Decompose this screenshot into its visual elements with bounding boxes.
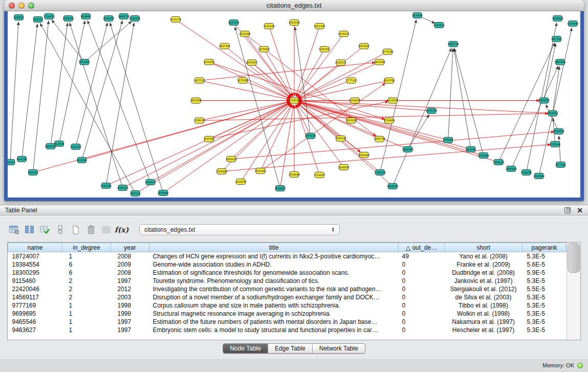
graph-edge[interactable] xyxy=(209,101,388,139)
network-canvas[interactable]: 1724041151894497254411086413162544117891… xyxy=(8,11,580,198)
graph-edge[interactable] xyxy=(544,43,556,100)
column-header-2[interactable]: year xyxy=(111,243,149,252)
graph-edge[interactable] xyxy=(454,49,484,156)
table-row[interactable]: 1872400712008Changes of HCN gene express… xyxy=(8,252,567,261)
table-row[interactable]: 946554611997Estimation of the future num… xyxy=(8,318,567,326)
graph-edge[interactable] xyxy=(243,80,290,99)
graph-edge[interactable] xyxy=(52,20,84,62)
column-header-3[interactable]: title xyxy=(149,243,399,252)
graph-node-label: 1630474 xyxy=(103,17,114,20)
tab-node-table[interactable]: Node Table xyxy=(223,344,268,353)
add-column-icon[interactable] xyxy=(38,223,52,236)
delete-icon[interactable] xyxy=(84,223,98,236)
table-row[interactable]: 946362711997Embryonic stem cells: a mode… xyxy=(8,326,567,334)
graph-node-label: 1316021 xyxy=(387,99,398,102)
graph-node-label: 1816251 xyxy=(338,32,350,35)
graph-node-label: 1934145 xyxy=(305,134,316,137)
graph-edge[interactable] xyxy=(22,24,38,159)
column-header-4[interactable]: △ out_de… xyxy=(399,243,445,252)
graph-edge[interactable] xyxy=(546,105,559,132)
graph-node-label: 2123411 xyxy=(433,24,445,27)
graph-edge[interactable] xyxy=(51,23,68,146)
graph-edge[interactable] xyxy=(393,48,451,186)
table-cell: Franke et al. (2009) xyxy=(445,260,522,269)
graph-edge[interactable] xyxy=(231,132,554,159)
table-row[interactable]: 911546021997Tourette syndrome. Phenomeno… xyxy=(8,277,567,285)
table-cell: 9115460 xyxy=(8,277,62,285)
table-row[interactable]: 2242004622012Investigating the contribut… xyxy=(8,285,567,293)
new-document-icon[interactable] xyxy=(69,223,82,236)
graph-edge[interactable] xyxy=(176,19,290,98)
table-row[interactable]: 1456911722003Disruption of a novel membe… xyxy=(8,293,567,301)
graph-edge[interactable] xyxy=(559,136,560,165)
graph-edge[interactable] xyxy=(511,66,558,168)
column-header-5[interactable]: short xyxy=(445,243,522,252)
graph-edge[interactable] xyxy=(252,62,291,97)
minimize-window-button[interactable] xyxy=(18,3,25,9)
table-scrollbar-track[interactable] xyxy=(567,243,580,340)
tab-edge-table[interactable]: Edge Table xyxy=(268,344,312,353)
import-table-icon[interactable] xyxy=(99,223,113,236)
graph-node-label: 1895794 xyxy=(374,137,385,140)
table-header-row: namein_degreeyeartitle△ out_de…shortpage… xyxy=(8,243,567,252)
float-panel-icon[interactable] xyxy=(564,207,571,213)
graph-edge[interactable] xyxy=(135,103,290,193)
graph-edge[interactable] xyxy=(298,46,364,98)
tab-network-table[interactable]: Network Table xyxy=(312,344,365,353)
table-row[interactable]: 1938455462009Genome-wide association stu… xyxy=(8,260,567,269)
table-selector-dropdown[interactable]: citations_edges.txt ▲▼ xyxy=(139,224,340,235)
table-cell: 2009 xyxy=(111,260,149,269)
column-header-0[interactable]: name xyxy=(8,243,62,252)
table-cell: 0 xyxy=(399,318,445,326)
graph-edge[interactable] xyxy=(298,52,387,98)
graph-edge[interactable] xyxy=(209,62,290,99)
graph-node-label: 1624907 xyxy=(274,187,286,190)
table-settings-icon[interactable] xyxy=(7,223,21,236)
network-window-titlebar[interactable]: citations_edges.txt xyxy=(4,0,584,11)
close-panel-icon[interactable]: ✕ xyxy=(577,207,583,213)
graph-edge[interactable] xyxy=(408,115,429,149)
graph-node-label: 1939103 xyxy=(62,17,74,20)
table-row[interactable]: 969969511998Structural magnetic resonanc… xyxy=(8,310,567,318)
graph-edge[interactable] xyxy=(82,102,290,160)
graph-edge[interactable] xyxy=(10,22,18,162)
table-cell: 1997 xyxy=(111,326,149,334)
table-cell: 1998 xyxy=(111,310,149,318)
graph-edge[interactable] xyxy=(296,26,319,96)
table-scrollbar-thumb[interactable] xyxy=(568,243,580,273)
graph-edge[interactable] xyxy=(299,102,499,162)
graph-edge[interactable] xyxy=(110,23,163,193)
graph-edge[interactable] xyxy=(40,24,136,193)
graph-node-label: 1705140 xyxy=(550,142,561,145)
graph-edge[interactable] xyxy=(82,21,122,160)
rows-icon[interactable] xyxy=(53,223,67,236)
zoom-window-button[interactable] xyxy=(28,3,34,9)
graph-edge[interactable] xyxy=(260,105,292,171)
table-panel-header[interactable]: Table Panel ✕ xyxy=(0,205,588,215)
graph-edge[interactable] xyxy=(200,114,548,121)
graph-node-label: 2241898 xyxy=(239,32,250,35)
graph-node-label: 1104829 xyxy=(567,22,578,25)
graph-edge[interactable] xyxy=(448,49,453,140)
graph-edge[interactable] xyxy=(88,20,150,182)
graph-edge[interactable] xyxy=(298,62,380,99)
graph-node-label: 981504 xyxy=(466,148,476,151)
column-header-1[interactable]: in_degree xyxy=(62,243,111,252)
function-builder-icon[interactable]: f(x) xyxy=(115,223,128,236)
graph-node-label: 1789133 xyxy=(194,119,205,122)
window-title: citations_edges.txt xyxy=(4,2,584,9)
close-window-button[interactable] xyxy=(9,3,15,9)
table-row[interactable]: 1830029562008Estimation of significance … xyxy=(8,269,567,277)
graph-edge[interactable] xyxy=(225,46,291,98)
graph-edge[interactable] xyxy=(84,21,132,62)
table-cell: 2008 xyxy=(111,252,149,261)
graph-edge[interactable] xyxy=(298,102,408,149)
graph-edge[interactable] xyxy=(553,67,559,113)
select-columns-icon[interactable] xyxy=(23,223,36,236)
graph-node-label: 1106427 xyxy=(349,99,360,102)
table-row[interactable]: 977716911998Corpus callosum shape and si… xyxy=(8,301,567,310)
graph-node-label: 1586197 xyxy=(117,186,128,189)
graph-edge[interactable] xyxy=(297,49,325,97)
citation-network-graph[interactable]: 1724041151894497254411086413162544117891… xyxy=(8,11,580,198)
column-header-6[interactable]: pagerank xyxy=(522,243,567,252)
